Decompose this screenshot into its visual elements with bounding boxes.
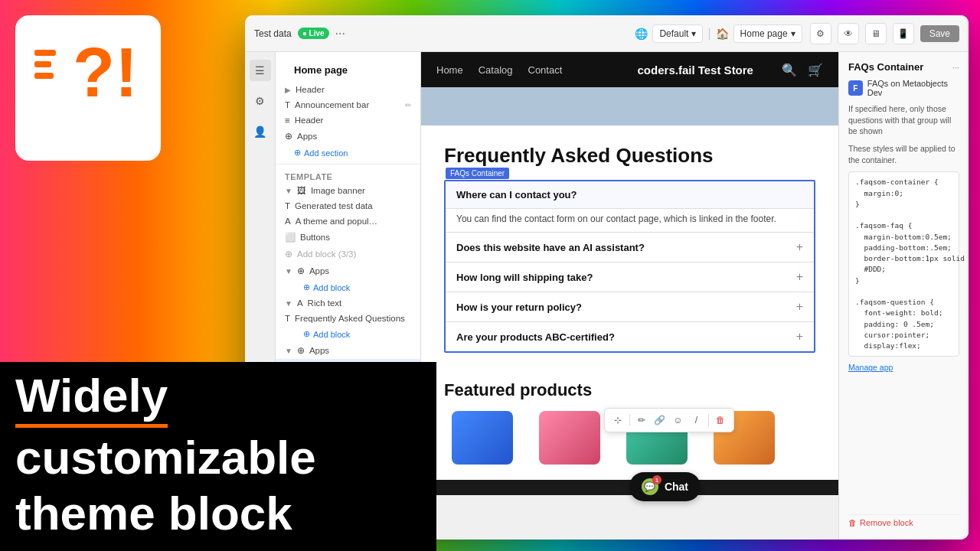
- panel-buttons[interactable]: ⬜ Buttons: [276, 229, 420, 246]
- logo-area: ?!: [15, 15, 161, 161]
- panel-rich-text[interactable]: ▼ A Rich text: [276, 295, 420, 311]
- sidebar-icon-users[interactable]: 👤: [250, 121, 271, 142]
- app-name: FAQs on Metaobjects Dev: [867, 79, 959, 97]
- settings-icon-btn[interactable]: ⚙: [810, 23, 831, 44]
- right-panel-dots[interactable]: ···: [952, 63, 959, 72]
- faq-item-2[interactable]: Does this website have an AI assistant? …: [446, 233, 814, 262]
- template-label: Template: [276, 168, 420, 183]
- chat-label: Chat: [665, 481, 688, 493]
- faq-item-3[interactable]: How long will shipping take? +: [446, 262, 814, 292]
- faq-question-4: How is your return policy?: [456, 302, 582, 313]
- cart-icon[interactable]: 🛒: [808, 63, 823, 77]
- toolbar-emoji-icon[interactable]: ☺: [670, 412, 687, 429]
- toolbar-edit-icon[interactable]: ✏: [633, 412, 650, 429]
- panel-announcement-bar[interactable]: T Announcement bar ✏: [276, 97, 420, 112]
- faq-item-5[interactable]: Are your products ABC-certified? +: [446, 322, 814, 351]
- sidebar-icon-pages[interactable]: ☰: [250, 60, 271, 81]
- store-title: coders.fail Test Store: [609, 64, 782, 77]
- panel-add-block-3-3[interactable]: ⊕ Add block (3/3): [276, 246, 420, 262]
- top-bar: Test data ● Live ··· 🌐 Default ▾ | 🏠 Hom…: [245, 15, 969, 52]
- faq-container[interactable]: FAQs Container Where can I contact you? …: [444, 180, 815, 353]
- add-block-button-2[interactable]: ⊕ Add block: [276, 326, 420, 342]
- manage-app-link[interactable]: Manage app: [848, 363, 959, 372]
- product-image-1: [452, 411, 513, 465]
- nav-icons: 🔍 🛒: [782, 63, 823, 77]
- logo-inner: ?!: [31, 31, 145, 145]
- home-page-header: Header Home page: [276, 52, 420, 82]
- featured-title: Featured products: [444, 380, 815, 400]
- panel-generated-test-data[interactable]: T Generated test data: [276, 198, 420, 214]
- nav-link-contact[interactable]: Contact: [528, 64, 563, 76]
- faq-plus-2: +: [796, 240, 803, 254]
- product-card-2[interactable]: [531, 411, 608, 465]
- chat-notification-badge: 1: [652, 475, 662, 484]
- homepage-button[interactable]: Home page ▾: [733, 24, 802, 43]
- right-panel-desc-1: If specified here, only those questions …: [848, 103, 959, 137]
- panel-faq[interactable]: T Frequently Asked Questions: [276, 311, 420, 326]
- panel-a-theme[interactable]: A A theme and populated test...: [276, 214, 420, 229]
- product-card-1[interactable]: [444, 411, 521, 465]
- eye-icon-btn[interactable]: 👁: [838, 23, 859, 44]
- remove-block-button[interactable]: 🗑 Remove block: [848, 514, 959, 530]
- bottom-text-line3: theme block: [0, 487, 436, 551]
- right-panel-title: FAQs Container: [848, 61, 923, 73]
- faq-container-label: FAQs Container: [446, 168, 509, 179]
- faq-plus-3: +: [796, 270, 803, 284]
- logo-symbol: ?!: [73, 38, 138, 107]
- faq-question-3: How long will shipping take?: [456, 272, 593, 283]
- right-panel-desc-2: These styles will be applied to the cont…: [848, 143, 959, 165]
- faq-question-5: Are your products ABC-certified?: [456, 331, 615, 343]
- panel-divider-1: [276, 164, 420, 165]
- panel-apps[interactable]: ⊕ Apps: [276, 128, 420, 145]
- default-button[interactable]: Default ▾: [652, 24, 703, 43]
- panel-apps-section[interactable]: ▼ ⊕ Apps: [276, 262, 420, 279]
- app-icon: F: [848, 80, 863, 96]
- logo-line-2: [34, 61, 51, 67]
- panel-image-banner[interactable]: ▼ 🖼 Image banner: [276, 183, 420, 198]
- floating-toolbar: ⊹ ✏ 🔗 ☺ / 🗑: [604, 408, 734, 432]
- toolbar-link-icon[interactable]: 🔗: [652, 412, 668, 429]
- toolbar-slash-icon[interactable]: /: [688, 412, 705, 429]
- search-icon[interactable]: 🔍: [782, 63, 797, 77]
- test-data-label: Test data: [254, 28, 292, 39]
- chat-button[interactable]: 💬 1 Chat: [629, 472, 701, 501]
- add-block-button-1[interactable]: ⊕ Add block: [276, 279, 420, 295]
- faq-plus-4: +: [796, 300, 803, 314]
- product-image-2: [539, 411, 600, 465]
- faq-plus-5: +: [796, 330, 803, 344]
- nav-link-home[interactable]: Home: [436, 64, 463, 76]
- toolbar-move-icon[interactable]: ⊹: [609, 412, 626, 429]
- right-panel-app-row: F FAQs on Metaobjects Dev: [848, 79, 959, 97]
- faq-item-4[interactable]: How is your return policy? +: [446, 292, 814, 322]
- trash-icon: 🗑: [848, 518, 857, 527]
- logo-lines: [34, 50, 56, 79]
- add-section-button[interactable]: ⊕ Add section: [276, 145, 420, 161]
- nav-link-catalog[interactable]: Catalog: [479, 64, 513, 76]
- top-bar-right: ⚙ 👁 🖥 📱 Save: [810, 23, 959, 44]
- bottom-text-line2: customizable: [0, 432, 436, 487]
- faq-answer-1: You can find the contact form on our con…: [446, 209, 814, 233]
- sidebar-icon-settings[interactable]: ⚙: [250, 90, 271, 112]
- top-bar-dots[interactable]: ···: [335, 27, 345, 41]
- logo-line-3: [34, 73, 54, 79]
- desktop-icon-btn[interactable]: 🖥: [865, 23, 887, 44]
- faq-title: Frequently Asked Questions: [444, 144, 815, 168]
- faq-question-2: Does this website have an AI assistant?: [456, 242, 645, 253]
- store-nav: Home Catalog Contact coders.fail Test St…: [421, 52, 838, 87]
- faq-item-1[interactable]: Where can I contact you?: [446, 181, 814, 209]
- globe-icon: 🌐: [635, 28, 648, 40]
- mobile-icon-btn[interactable]: 📱: [893, 23, 914, 44]
- hero-banner: [421, 87, 838, 126]
- panel-header[interactable]: ≡ Header: [276, 112, 420, 128]
- home-icon: 🏠: [716, 28, 729, 40]
- right-panel-header: FAQs Container ···: [848, 61, 959, 73]
- top-bar-center: 🌐 Default ▾ | 🏠 Home page ▾: [635, 24, 802, 43]
- save-button[interactable]: Save: [920, 25, 959, 42]
- toolbar-delete-icon[interactable]: 🗑: [712, 412, 729, 429]
- top-bar-left: Test data ● Live ···: [254, 27, 627, 41]
- panel-header-section[interactable]: ▶ Header: [276, 82, 420, 97]
- right-panel: FAQs Container ··· F FAQs on Metaobjects…: [838, 52, 969, 540]
- faq-section: Frequently Asked Questions FAQs Containe…: [421, 126, 838, 365]
- bottom-text-line1: Widely: [0, 362, 436, 431]
- panel-apps-faqs[interactable]: ▼ ⊕ Apps: [276, 342, 420, 359]
